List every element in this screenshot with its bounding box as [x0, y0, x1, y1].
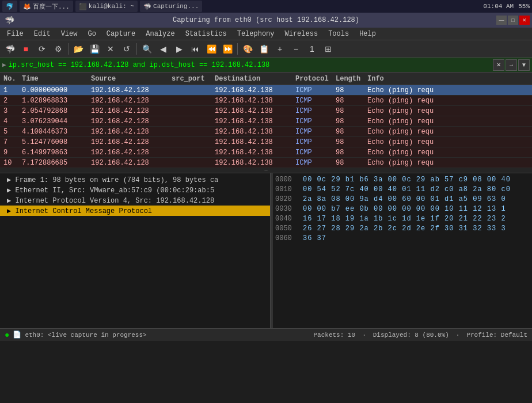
- menu-file[interactable]: File: [2, 29, 28, 39]
- pkt-time: 6.149979863: [22, 149, 91, 157]
- detail-label: ▶ Internet Protocol Version 4, Src: 192.…: [7, 196, 214, 205]
- taskbar-terminal[interactable]: ⬛ kali@kali: ~: [75, 1, 138, 12]
- detail-item[interactable]: ▶ Ethernet II, Src: VMware_ab:57:c9 (00:…: [0, 185, 270, 195]
- toolbar-restart[interactable]: ⟳: [35, 41, 50, 56]
- detail-item[interactable]: ▶ Internet Protocol Version 4, Src: 192.…: [0, 195, 270, 206]
- menu-edit[interactable]: Edit: [29, 29, 55, 39]
- menu-help[interactable]: Help: [355, 29, 381, 39]
- hex-offset: 0000: [275, 176, 296, 184]
- toolbar-reload[interactable]: ↺: [119, 41, 134, 56]
- hex-bytes: 00 0c 29 b1 b6 3a 00 0c 29 ab 57 c9 08 0…: [303, 176, 530, 184]
- toolbar-back[interactable]: ◀: [155, 41, 170, 56]
- pkt-info: Echo (ping) requ: [367, 128, 532, 136]
- hex-panel: 0000 00 0c 29 b1 b6 3a 00 0c 29 ab 57 c9…: [273, 173, 532, 328]
- wireshark-icon: 🐬: [6, 3, 14, 10]
- pkt-info: Echo (ping) requ: [367, 149, 532, 157]
- header-destination: Destination: [215, 75, 295, 83]
- pkt-source: 192.168.42.128: [91, 138, 172, 146]
- pkt-length: 98: [336, 128, 367, 136]
- bottom-panels: ▶ Frame 1: 98 bytes on wire (784 bits), …: [0, 173, 532, 328]
- pkt-info: Echo (ping) requ: [367, 159, 532, 167]
- terminal-icon: ⬛: [79, 3, 87, 10]
- packet-row[interactable]: 1 0.000000000 192.168.42.128 192.168.42.…: [0, 85, 532, 96]
- pkt-info: Echo (ping) requ: [367, 138, 532, 146]
- pkt-source: 192.168.42.128: [91, 86, 172, 94]
- pkt-no: 2: [0, 97, 22, 105]
- taskbar-browser[interactable]: 🦊 百度一下...: [20, 1, 73, 12]
- window-controls: — □ ✕: [496, 16, 530, 25]
- packet-row[interactable]: 5 4.100446373 192.168.42.128 192.168.42.…: [0, 127, 532, 137]
- pkt-time: 5.124776008: [22, 138, 91, 146]
- hex-bytes: 2a 8a 08 00 9a d4 00 60 00 01 d1 a5 09 6…: [303, 195, 530, 203]
- minimize-button[interactable]: —: [496, 16, 507, 25]
- hex-row: 0060 36 37: [275, 233, 530, 243]
- toolbar-shark[interactable]: 🦈: [2, 41, 17, 56]
- pkt-proto: ICMP: [295, 138, 336, 146]
- menu-view[interactable]: View: [56, 29, 82, 39]
- toolbar-first[interactable]: ⏮: [188, 41, 203, 56]
- pkt-source: 192.168.42.128: [91, 107, 172, 115]
- toolbar-prev[interactable]: ⏪: [204, 41, 219, 56]
- toolbar-save[interactable]: 💾: [87, 41, 102, 56]
- pkt-length: 98: [336, 117, 367, 126]
- menu-analyze[interactable]: Analyze: [141, 29, 179, 39]
- pkt-info: Echo (ping) requ: [367, 117, 532, 126]
- hex-bytes: 36 37: [303, 234, 530, 242]
- toolbar-zoom-out[interactable]: −: [288, 41, 303, 56]
- toolbar-resize-cols[interactable]: ⊞: [321, 41, 336, 56]
- toolbar-colorize[interactable]: 🎨: [240, 41, 255, 56]
- menu-bar: File Edit View Go Capture Analyze Statis…: [0, 28, 532, 40]
- browser-label: 百度一下...: [33, 2, 70, 11]
- filter-clear[interactable]: ✕: [493, 59, 504, 71]
- toolbar-zoom-reset[interactable]: 1: [305, 41, 320, 56]
- pkt-time: 3.076239044: [22, 117, 91, 126]
- filter-dropdown[interactable]: ▼: [518, 59, 530, 71]
- pkt-source: 192.168.42.128: [91, 117, 172, 126]
- close-button[interactable]: ✕: [519, 16, 530, 25]
- pkt-dest: 192.168.42.138: [215, 97, 295, 105]
- toolbar-zoom-in[interactable]: +: [272, 41, 287, 56]
- menu-wireless[interactable]: Wireless: [280, 29, 323, 39]
- menu-capture[interactable]: Capture: [102, 29, 140, 39]
- hex-bytes: 00 00 b7 ee 0b 00 00 00 00 00 10 11 12 1…: [303, 205, 530, 213]
- detail-item[interactable]: ▶ Internet Control Message Protocol: [0, 206, 270, 216]
- pkt-no: 10: [0, 159, 22, 167]
- toolbar-next[interactable]: ⏩: [220, 41, 235, 56]
- resizer-horizontal[interactable]: ⋯: [0, 168, 532, 173]
- menu-tools[interactable]: Tools: [324, 29, 354, 39]
- packet-row[interactable]: 2 1.028968833 192.168.42.128 192.168.42.…: [0, 96, 532, 106]
- toolbar-stop-capture[interactable]: ■: [18, 41, 33, 56]
- packet-row[interactable]: 7 5.124776008 192.168.42.128 192.168.42.…: [0, 137, 532, 147]
- status-displayed: Displayed: 8 (80.0%): [373, 332, 449, 339]
- pkt-dest: 192.168.42.138: [215, 117, 295, 126]
- hex-row: 0010 00 54 52 7c 40 00 40 01 11 d2 c0 a8…: [275, 184, 530, 194]
- maximize-button[interactable]: □: [508, 16, 518, 25]
- pkt-dest: 192.168.42.138: [215, 128, 295, 136]
- packet-row[interactable]: 9 6.149979863 192.168.42.128 192.168.42.…: [0, 147, 532, 158]
- pkt-dest: 192.168.42.138: [215, 138, 295, 146]
- detail-label: ▶ Frame 1: 98 bytes on wire (784 bits), …: [7, 176, 218, 184]
- packet-row[interactable]: 3 2.054792868 192.168.42.128 192.168.42.…: [0, 106, 532, 116]
- menu-telephony[interactable]: Telephony: [233, 29, 279, 39]
- taskbar-app-icon[interactable]: 🐬: [2, 1, 17, 12]
- toolbar-close[interactable]: ✕: [103, 41, 118, 56]
- pkt-info: Echo (ping) requ: [367, 107, 532, 115]
- status-file-icon: 📄: [13, 330, 21, 339]
- filter-apply[interactable]: →: [506, 59, 517, 71]
- status-capture-dot: ●: [5, 330, 9, 340]
- header-source: Source: [91, 75, 172, 83]
- pkt-proto: ICMP: [295, 107, 336, 115]
- status-profile: Profile: Default: [466, 332, 527, 339]
- menu-go[interactable]: Go: [83, 29, 100, 39]
- toolbar-search[interactable]: 🔍: [139, 41, 154, 56]
- toolbar-forward[interactable]: ▶: [172, 41, 187, 56]
- menu-statistics[interactable]: Statistics: [181, 29, 231, 39]
- toolbar-options[interactable]: ⚙: [51, 41, 66, 56]
- toolbar-open[interactable]: 📂: [71, 41, 86, 56]
- taskbar-wireshark[interactable]: 🦈 Capturing...: [140, 1, 202, 12]
- filter-input[interactable]: ip.src_host == 192.168.42.128 and ip.dst…: [9, 61, 491, 69]
- toolbar-autoscroll[interactable]: 📋: [256, 41, 271, 56]
- packet-row[interactable]: 4 3.076239044 192.168.42.128 192.168.42.…: [0, 116, 532, 127]
- detail-item[interactable]: ▶ Frame 1: 98 bytes on wire (784 bits), …: [0, 174, 270, 185]
- filter-actions: ✕ → ▼: [493, 59, 530, 71]
